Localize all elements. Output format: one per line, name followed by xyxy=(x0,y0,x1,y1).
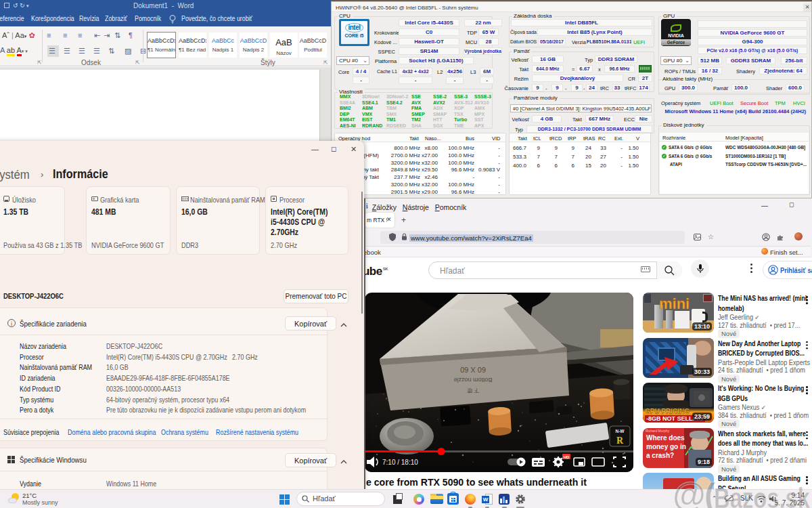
svg-text:60 X 60: 60 X 60 xyxy=(460,366,486,374)
svg-text:N-W: N-W xyxy=(616,429,625,433)
svg-text:Bottom nozzle: Bottom nozzle xyxy=(453,377,492,383)
svg-text:R: R xyxy=(616,436,624,446)
svg-text:7:10 / 18:10: 7:10 / 18:10 xyxy=(382,459,418,466)
svg-text:HD: HD xyxy=(564,455,570,459)
svg-text:下 喷: 下 喷 xyxy=(467,387,479,394)
